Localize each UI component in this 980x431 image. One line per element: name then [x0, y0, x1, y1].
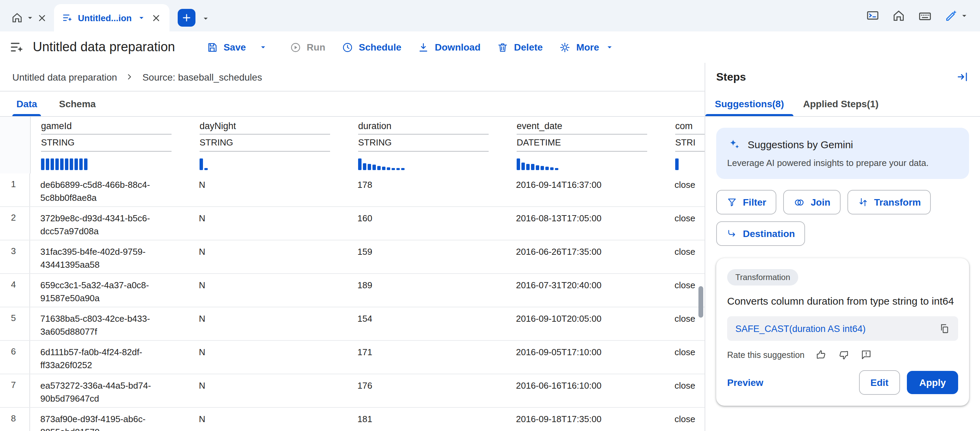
table-cell[interactable]: N [189, 274, 347, 307]
caret-down-icon [605, 42, 614, 52]
transform-button[interactable]: Transform [848, 190, 931, 214]
data-prep-icon [10, 40, 25, 55]
table-cell[interactable]: N [189, 173, 347, 206]
table-cell[interactable]: 2016-09-05T17:10:00 [506, 341, 664, 374]
tab-data[interactable]: Data [5, 92, 48, 116]
active-editor-tab[interactable]: Untitled...ion [54, 4, 169, 32]
table-cell[interactable]: close [664, 374, 705, 407]
table-cell[interactable]: 6d111b57-fa0b-4f24-82df-ff33a26f0252 [30, 341, 189, 374]
home-icon[interactable] [892, 9, 905, 22]
thumb-down-icon[interactable] [838, 349, 850, 361]
save-button[interactable]: Save [198, 36, 254, 58]
table-cell[interactable]: 2016-09-18T17:35:00 [506, 408, 664, 431]
new-tab-button[interactable] [177, 9, 195, 27]
breadcrumb-root[interactable]: Untitled data preparation [12, 71, 117, 82]
table-cell[interactable]: N [189, 207, 347, 240]
suggestion-card-footer: Preview Edit Apply [727, 370, 958, 395]
collapse-right-icon[interactable] [956, 70, 969, 83]
table-cell[interactable]: N [189, 341, 347, 374]
table-cell[interactable]: 2016-08-13T17:05:00 [506, 207, 664, 240]
table-cell[interactable]: 159 [347, 241, 506, 273]
table-cell[interactable]: ea573272-336a-44a5-bd74-90b5d79647cd [30, 374, 189, 407]
editor-toolbar: Untitled data preparation Save Run [0, 32, 980, 63]
column-histogram[interactable] [200, 158, 330, 170]
edit-button[interactable]: Edit [859, 370, 900, 395]
caret-down-icon[interactable] [136, 13, 146, 22]
vertical-scrollbar[interactable] [698, 286, 703, 318]
magic-wand-icon[interactable] [945, 9, 958, 22]
table-cell[interactable]: 2016-09-10T20:05:00 [506, 307, 664, 340]
column-header-gameId[interactable]: gameIdSTRING [31, 117, 189, 173]
table-cell[interactable]: close [664, 207, 705, 240]
tab-suggestions[interactable]: Suggestions(8) [705, 91, 794, 116]
histogram-bar [401, 168, 404, 170]
table-cell[interactable]: close [664, 173, 705, 206]
thumb-up-icon[interactable] [816, 349, 827, 361]
table-cell[interactable]: N [189, 408, 347, 431]
table-cell[interactable]: 372b9e8c-d93d-4341-b5c6-dcc57a97d08a [30, 207, 189, 240]
table-cell[interactable]: close [664, 408, 705, 431]
join-button[interactable]: Join [783, 190, 841, 214]
table-cell[interactable]: 171 [347, 341, 506, 374]
column-histogram[interactable] [41, 158, 172, 170]
column-histogram[interactable] [675, 158, 705, 170]
destination-button[interactable]: Destination [716, 221, 805, 246]
breadcrumb-source[interactable]: Source: baseball_schedules [143, 71, 262, 82]
download-button[interactable]: Download [410, 36, 489, 58]
column-name: dayNight [200, 121, 330, 135]
save-dropdown-caret-icon[interactable] [254, 38, 272, 57]
column-header-com[interactable]: comSTRI [665, 117, 705, 173]
row-number-header [0, 117, 31, 173]
table-cell[interactable]: de6b6899-c5d8-466b-88c4-5c8bb0f8ae8a [30, 173, 189, 206]
caret-down-icon[interactable] [25, 13, 35, 22]
preview-link[interactable]: Preview [727, 377, 764, 388]
steps-panel-header: Steps [705, 63, 980, 91]
more-button[interactable]: More [551, 36, 622, 58]
terminal-icon[interactable] [866, 9, 880, 22]
tab-list-caret-icon[interactable] [200, 14, 210, 23]
table-cell[interactable]: close [664, 241, 705, 273]
table-cell[interactable]: 31fac395-b4fe-402d-9759-43441395aa58 [30, 241, 189, 273]
column-header-dayNight[interactable]: dayNightSTRING [189, 117, 348, 173]
table-cell[interactable]: 873af90e-d93f-4195-ab6c-8855abd81570 [30, 408, 189, 431]
table-cell[interactable]: 154 [347, 307, 506, 340]
table-cell[interactable]: 2016-07-31T20:40:00 [506, 274, 664, 307]
column-name: duration [358, 121, 488, 135]
home-tab[interactable] [4, 4, 54, 32]
table-cell[interactable]: N [189, 374, 347, 407]
caret-down-icon[interactable] [959, 11, 969, 21]
filter-button[interactable]: Filter [716, 190, 776, 214]
histogram-bar [550, 167, 554, 170]
feedback-icon[interactable] [861, 349, 872, 361]
column-histogram[interactable] [517, 158, 647, 170]
table-cell[interactable]: 181 [347, 408, 506, 431]
run-button[interactable]: Run [282, 36, 334, 58]
delete-button[interactable]: Delete [488, 36, 551, 58]
table-cell[interactable]: 160 [347, 207, 506, 240]
table-cell[interactable]: 2016-09-14T16:37:00 [506, 173, 664, 206]
table-cell[interactable]: 71638ba5-c803-42ce-b433-3a605d88077f [30, 307, 189, 340]
table-cell[interactable]: 178 [347, 173, 506, 206]
table-cell[interactable]: N [189, 307, 347, 340]
table-cell[interactable]: close [664, 341, 705, 374]
table-cell[interactable]: 189 [347, 274, 506, 307]
tab-applied-steps[interactable]: Applied Steps(1) [794, 91, 888, 116]
keyboard-icon[interactable] [918, 8, 932, 23]
apply-button[interactable]: Apply [907, 371, 958, 394]
copy-icon[interactable] [939, 323, 950, 334]
table-cell[interactable]: 659cc3c1-5a32-4a37-a0c8-91587e50a90a [30, 274, 189, 307]
table-cell[interactable]: 2016-06-16T16:10:00 [506, 374, 664, 407]
column-header-event_date[interactable]: event_dateDATETIME [506, 117, 665, 173]
column-header-duration[interactable]: durationSTRING [348, 117, 506, 173]
schedule-button[interactable]: Schedule [334, 36, 410, 58]
tab-schema[interactable]: Schema [48, 92, 107, 116]
save-icon [207, 41, 218, 53]
close-icon[interactable] [37, 13, 47, 23]
close-icon[interactable] [151, 13, 161, 23]
histogram-bar [391, 168, 395, 170]
table-cell[interactable]: 176 [347, 374, 506, 407]
table-cell[interactable]: N [189, 241, 347, 273]
column-histogram[interactable] [358, 158, 488, 170]
suggestion-code[interactable]: SAFE_CAST(duration AS int64) [735, 323, 865, 334]
table-cell[interactable]: 2016-06-26T17:35:00 [506, 241, 664, 273]
